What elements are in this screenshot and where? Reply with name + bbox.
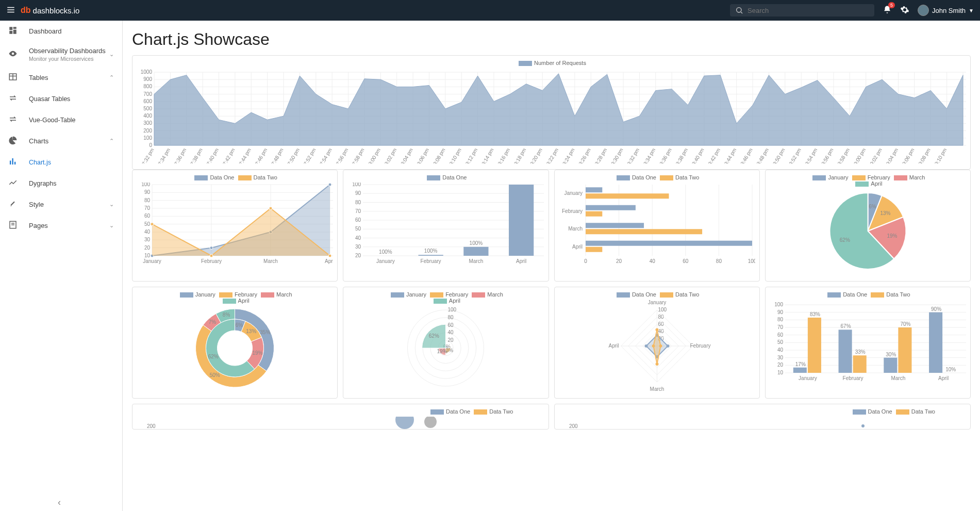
- svg-text:500: 500: [143, 106, 152, 111]
- svg-text:60: 60: [777, 332, 784, 338]
- svg-text:2:59:08 pm: 2:59:08 pm: [913, 147, 932, 164]
- search-input[interactable]: [748, 7, 869, 14]
- sidebar-item-dygraphs[interactable]: Dygraphs: [0, 173, 122, 194]
- svg-text:50: 50: [144, 221, 151, 227]
- pie-icon: [8, 136, 19, 146]
- svg-text:300: 300: [143, 120, 152, 126]
- svg-text:April: April: [572, 244, 582, 250]
- user-menu[interactable]: John Smith ▼: [918, 5, 974, 16]
- svg-text:900: 900: [143, 76, 152, 82]
- sidebar-item-style[interactable]: Style ⌄: [0, 194, 122, 215]
- svg-text:2:58:00 pm: 2:58:00 pm: [364, 147, 382, 164]
- svg-text:2:58:02 pm: 2:58:02 pm: [380, 147, 398, 164]
- radar-chart: 20406080100JanuaryFebruaryMarchApril: [559, 300, 755, 392]
- svg-text:40: 40: [658, 328, 664, 334]
- svg-text:13%: 13%: [880, 210, 890, 216]
- chevron-down-icon: ⌄: [109, 201, 114, 208]
- svg-text:40: 40: [448, 330, 454, 336]
- sidebar-item-dashboard[interactable]: Dashboard: [0, 21, 122, 42]
- search-box[interactable]: [730, 4, 874, 17]
- sidebar-item-quasar-tables[interactable]: Quasar Tables: [0, 88, 122, 109]
- svg-text:30: 30: [144, 237, 151, 243]
- svg-rect-306: [884, 358, 897, 373]
- line-chart: 102030405060708090100JanuaryFebruaryMarc…: [137, 183, 333, 275]
- svg-text:2:58:18 pm: 2:58:18 pm: [509, 147, 527, 164]
- svg-point-173: [151, 223, 154, 226]
- svg-text:2:58:26 pm: 2:58:26 pm: [574, 147, 592, 164]
- sidebar-item-observability[interactable]: Observability Dashboards Monitor your Mi…: [0, 42, 122, 67]
- svg-text:2:58:50 pm: 2:58:50 pm: [768, 147, 786, 164]
- svg-text:January: January: [647, 300, 666, 305]
- svg-point-274: [655, 328, 658, 332]
- svg-text:200: 200: [569, 423, 578, 429]
- sidebar-item-charts[interactable]: Charts ⌃: [0, 130, 122, 152]
- svg-text:10: 10: [144, 253, 151, 258]
- svg-text:100: 100: [141, 183, 150, 187]
- sidebar-item-label: Observability Dashboards: [29, 47, 109, 55]
- menu-icon[interactable]: [6, 5, 15, 16]
- sidebar-item-label: Dygraphs: [29, 180, 57, 187]
- svg-text:70: 70: [777, 324, 784, 330]
- svg-text:March: March: [263, 258, 278, 264]
- sidebar-item-label: Vue-Good-Table: [29, 117, 76, 124]
- notifications-button[interactable]: 5: [883, 5, 892, 16]
- svg-text:400: 400: [143, 113, 152, 119]
- svg-rect-203: [463, 247, 488, 256]
- svg-text:2:57:40 pm: 2:57:40 pm: [202, 147, 220, 164]
- svg-text:2:59:00 pm: 2:59:00 pm: [849, 147, 867, 164]
- svg-rect-223: [586, 187, 602, 192]
- svg-text:February: February: [201, 258, 222, 264]
- svg-text:March: March: [568, 226, 583, 232]
- svg-text:80: 80: [658, 314, 664, 320]
- sidebar-item-chartjs[interactable]: Chart.js: [0, 152, 122, 173]
- svg-text:January: January: [376, 258, 395, 264]
- svg-text:2:57:44 pm: 2:57:44 pm: [234, 147, 252, 164]
- svg-text:2:58:06 pm: 2:58:06 pm: [412, 147, 430, 164]
- svg-rect-7: [13, 30, 16, 34]
- svg-point-277: [652, 344, 655, 348]
- svg-text:January: January: [799, 375, 817, 381]
- sidebar-item-vue-good-table[interactable]: Vue-Good-Table: [0, 109, 122, 130]
- svg-text:April: April: [325, 258, 333, 264]
- svg-text:50: 50: [777, 340, 784, 345]
- chevron-down-icon: ▼: [969, 8, 974, 13]
- svg-text:83%: 83%: [810, 311, 820, 317]
- chart-hbar: Data One Data Two 020406080100JanuaryFeb…: [554, 170, 760, 282]
- svg-text:1000: 1000: [141, 69, 153, 75]
- svg-rect-229: [586, 229, 702, 234]
- chart-radar: Data One Data Two 20406080100JanuaryFebr…: [554, 287, 760, 399]
- svg-text:100: 100: [353, 183, 361, 187]
- svg-point-319: [395, 417, 414, 429]
- app-header: db dashblocks.io 5 John Smith ▼: [0, 0, 980, 21]
- scatter-chart: 200: [559, 417, 967, 430]
- svg-text:33%: 33%: [855, 350, 865, 355]
- sidebar-item-tables[interactable]: Tables ⌃: [0, 67, 122, 88]
- svg-text:2:58:12 pm: 2:58:12 pm: [461, 147, 479, 164]
- svg-text:200: 200: [147, 423, 156, 429]
- svg-text:2:58:22 pm: 2:58:22 pm: [542, 147, 560, 164]
- svg-text:40: 40: [649, 258, 655, 264]
- svg-text:700: 700: [143, 91, 152, 97]
- svg-text:100%: 100%: [470, 240, 483, 246]
- sidebar-item-label: Dashboard: [29, 27, 62, 35]
- svg-rect-228: [586, 211, 602, 217]
- settings-button[interactable]: [900, 5, 909, 16]
- pie-chart: 6%13%19%62%: [770, 189, 966, 274]
- svg-text:2:59:10 pm: 2:59:10 pm: [930, 147, 948, 164]
- svg-line-4: [741, 12, 742, 13]
- svg-rect-224: [586, 205, 636, 210]
- svg-rect-312: [853, 356, 866, 373]
- svg-text:100%: 100%: [379, 249, 392, 255]
- svg-point-170: [210, 246, 213, 250]
- svg-text:April: April: [938, 375, 949, 381]
- bar-chart-icon: [8, 157, 19, 168]
- svg-point-273: [644, 344, 647, 348]
- sidebar-item-pages[interactable]: Pages ⌄: [0, 215, 122, 236]
- svg-text:100%: 100%: [515, 183, 528, 184]
- svg-text:50: 50: [355, 226, 361, 232]
- chart-doughnut: January February March April 35%50%7%8%6…: [132, 287, 338, 399]
- svg-text:60: 60: [448, 322, 454, 328]
- sidebar-item-label: Charts: [29, 137, 48, 145]
- svg-text:March: March: [650, 386, 664, 392]
- area-chart: 010020030040050060070080090010002:57:32 …: [137, 68, 966, 163]
